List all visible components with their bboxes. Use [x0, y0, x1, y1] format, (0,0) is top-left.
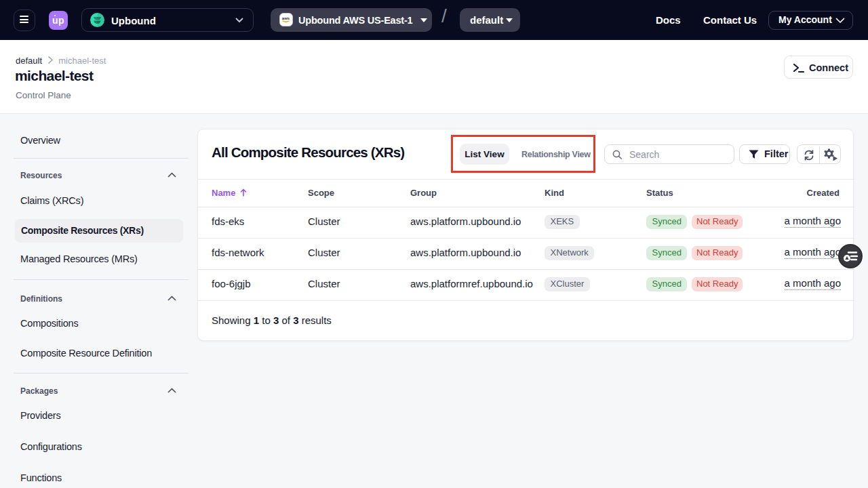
svg-text:aws: aws [282, 16, 290, 20]
